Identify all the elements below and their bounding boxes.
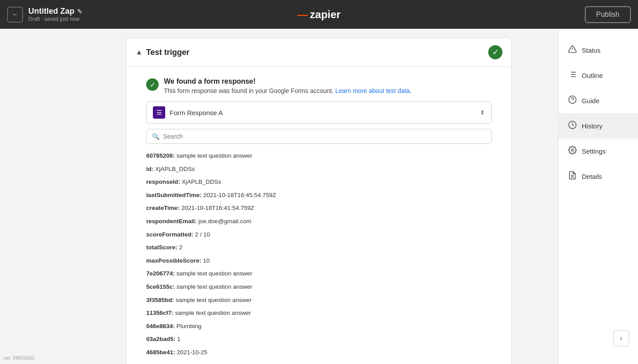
data-field-row: responseId: XjAPLB_DDSs — [146, 175, 492, 189]
sidebar-label-status: Status — [582, 46, 601, 54]
field-key: 046e8634: — [146, 323, 175, 329]
trigger-header: ▲ Test trigger ✓ — [127, 38, 511, 67]
field-key: scoreFormatted: — [146, 231, 194, 238]
trigger-title: Test trigger — [146, 48, 190, 57]
right-sidebar: StatusOutlineGuideHistorySettingsDetails — [558, 29, 638, 364]
field-key: maxPossibleScore: — [146, 257, 202, 264]
search-icon: 🔍 — [152, 133, 160, 140]
field-value: sample text question answer — [174, 297, 252, 303]
field-value: Plumbing — [175, 323, 202, 329]
form-label: Form Response A — [170, 109, 475, 116]
publish-button[interactable]: Publish — [585, 6, 631, 23]
zap-title-area: Untitled Zap ✎ Draft · saved just now — [28, 7, 82, 22]
found-heading: We found a form response! — [164, 77, 412, 85]
field-key: 3f3585bd: — [146, 297, 174, 303]
found-row: ✓ We found a form response! This form re… — [146, 77, 492, 94]
field-value: sample text question answer — [175, 152, 253, 159]
sidebar-item-history[interactable]: History — [559, 113, 638, 139]
search-input[interactable] — [163, 133, 486, 140]
details-icon — [568, 171, 577, 182]
data-field-row: 3f3585bd: sample text question answer — [146, 294, 492, 307]
field-key: id: — [146, 166, 154, 172]
sidebar-label-outline: Outline — [582, 72, 603, 79]
sidebar-label-history: History — [582, 122, 603, 130]
continue-bar: Continue — [146, 359, 492, 364]
field-key: 60785208: — [146, 152, 175, 159]
data-field-row: id: XjAPLB_DDSs — [146, 163, 492, 176]
field-key: lastSubmittedTime: — [146, 192, 202, 198]
field-value: 2 — [178, 244, 183, 251]
check-icon: ✓ — [492, 47, 499, 57]
form-icon-symbol: ☰ — [156, 109, 162, 116]
field-value: 1 — [175, 336, 180, 342]
found-description: This form response was found in your Goo… — [164, 87, 412, 94]
response-found: ✓ We found a form response! This form re… — [136, 67, 502, 364]
left-sidebar — [0, 29, 80, 364]
data-field-row: 7e206774: sample text question answer — [146, 267, 492, 280]
zap-title: Untitled Zap ✎ — [28, 7, 82, 16]
expand-button[interactable]: › — [613, 330, 629, 346]
data-fields: 60785208: sample text question answerid:… — [146, 149, 492, 359]
field-key: createTime: — [146, 205, 180, 211]
data-field-row: respondentEmail: joe.doe@gmail.com — [146, 215, 492, 228]
field-value: sample text question answer — [175, 283, 253, 290]
status-icon — [568, 45, 577, 56]
sidebar-item-outline[interactable]: Outline — [559, 63, 638, 88]
outline-icon — [568, 70, 577, 81]
learn-more-link[interactable]: Learn more about test data — [335, 87, 410, 94]
field-value: 2021-10-18T16:41:54.759Z — [180, 205, 254, 211]
guide-icon — [568, 95, 577, 106]
data-field-row: scoreFormatted: 2 / 10 — [146, 228, 492, 241]
edit-icon[interactable]: ✎ — [77, 8, 82, 15]
data-field-row: lastSubmittedTime: 2021-10-18T16:45:54.7… — [146, 189, 492, 202]
field-value: 2021-10-25 — [175, 349, 207, 356]
field-value: sample text question answer — [175, 270, 253, 277]
inner-content: ✓ We found a form response! This form re… — [127, 67, 511, 364]
logo-text: zapier — [310, 8, 340, 21]
zap-title-text: Untitled Zap — [28, 7, 74, 16]
data-field-row: 5ce6155c: sample text question answer — [146, 280, 492, 294]
zap-status: Draft · saved just now — [28, 16, 82, 22]
field-key: totalScore: — [146, 244, 178, 251]
data-field-row: createTime: 2021-10-18T16:41:54.759Z — [146, 201, 492, 215]
data-field-row: 60785208: sample text question answer — [146, 149, 492, 163]
field-key: 5ce6155c: — [146, 283, 175, 290]
data-field-row: 11356cf7: sample text question answer — [146, 306, 492, 320]
content-panel: ▲ Test trigger ✓ ✓ We found a form respo… — [126, 38, 512, 364]
field-value: joe.doe@gmail.com — [197, 218, 251, 225]
chevron-updown-icon: ⬍ — [480, 109, 485, 116]
field-key: 4685be41: — [146, 349, 175, 356]
back-button[interactable]: ← — [7, 7, 23, 23]
field-key: 7e206774: — [146, 270, 175, 277]
data-field-row: 046e8634: Plumbing — [146, 320, 492, 333]
found-check-icon: ✓ — [146, 78, 159, 91]
data-field-row: totalScore: 2 — [146, 241, 492, 254]
sidebar-item-details[interactable]: Details — [559, 164, 638, 189]
svg-point-11 — [572, 149, 574, 151]
form-selector[interactable]: ☰ Form Response A ⬍ — [146, 101, 492, 124]
found-text: We found a form response! This form resp… — [164, 77, 412, 94]
sidebar-item-status[interactable]: Status — [559, 38, 638, 63]
settings-icon — [568, 146, 577, 157]
field-value: 2021-10-18T16:45:54.759Z — [202, 192, 276, 198]
history-icon — [568, 120, 577, 132]
data-field-row: 4685be41: 2021-10-25 — [146, 346, 492, 359]
chevron-icon[interactable]: ▲ — [136, 48, 143, 56]
header: ← Untitled Zap ✎ Draft · saved just now … — [0, 0, 638, 29]
version-text: ver. 59651b62 — [4, 355, 35, 360]
sidebar-item-guide[interactable]: Guide — [559, 88, 638, 113]
trigger-success-check: ✓ — [488, 45, 502, 59]
logo: — zapier — [297, 8, 340, 21]
center-content: ▲ Test trigger ✓ ✓ We found a form respo… — [80, 29, 558, 364]
sidebar-label-details: Details — [582, 173, 602, 180]
back-icon: ← — [12, 11, 18, 18]
field-key: respondentEmail: — [146, 218, 197, 225]
sidebar-item-settings[interactable]: Settings — [559, 139, 638, 164]
search-box: 🔍 — [146, 129, 492, 144]
form-icon: ☰ — [153, 106, 165, 119]
expand-btn-container: › — [613, 330, 629, 346]
field-value: XjAPLB_DDSs — [154, 166, 195, 172]
data-field-row: maxPossibleScore: 10 — [146, 254, 492, 267]
sidebar-label-guide: Guide — [582, 97, 599, 105]
field-key: 03a2bad5: — [146, 336, 175, 342]
